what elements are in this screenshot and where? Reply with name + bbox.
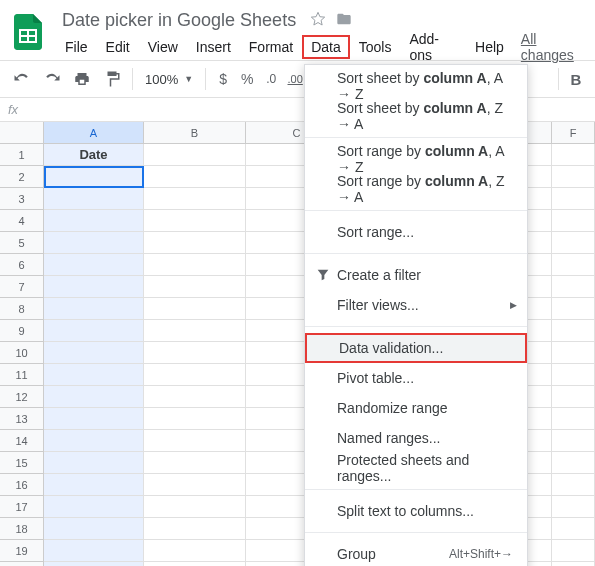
menu-tools[interactable]: Tools <box>350 35 401 59</box>
cell-A4[interactable] <box>44 210 144 232</box>
cell-F18[interactable] <box>552 518 595 540</box>
redo-button[interactable] <box>38 65 66 93</box>
all-changes-link[interactable]: All changes <box>521 27 587 67</box>
cell-B10[interactable] <box>144 342 246 364</box>
cell-B20[interactable] <box>144 562 246 566</box>
row-header-17[interactable]: 17 <box>0 496 44 518</box>
cell-B4[interactable] <box>144 210 246 232</box>
menuitem-data-validation[interactable]: Data validation... <box>305 333 527 363</box>
menuitem-pivot-table[interactable]: Pivot table... <box>305 363 527 393</box>
col-header-A[interactable]: A <box>44 122 144 144</box>
cell-B19[interactable] <box>144 540 246 562</box>
cell-A9[interactable] <box>44 320 144 342</box>
row-header-8[interactable]: 8 <box>0 298 44 320</box>
col-header-F[interactable]: F <box>552 122 595 144</box>
cell-B13[interactable] <box>144 408 246 430</box>
cell-B3[interactable] <box>144 188 246 210</box>
row-header-19[interactable]: 19 <box>0 540 44 562</box>
menuitem-filter-views[interactable]: Filter views...▶ <box>305 290 527 320</box>
star-icon[interactable] <box>310 11 326 30</box>
cell-F5[interactable] <box>552 232 595 254</box>
folder-icon[interactable] <box>336 11 352 30</box>
sheets-logo-icon[interactable] <box>8 12 48 52</box>
cell-F12[interactable] <box>552 386 595 408</box>
cell-A5[interactable] <box>44 232 144 254</box>
cell-F20[interactable] <box>552 562 595 566</box>
cell-F3[interactable] <box>552 188 595 210</box>
cell-F19[interactable] <box>552 540 595 562</box>
row-header-3[interactable]: 3 <box>0 188 44 210</box>
cell-A3[interactable] <box>44 188 144 210</box>
menuitem-protected-ranges[interactable]: Protected sheets and ranges... <box>305 453 527 483</box>
row-header-11[interactable]: 11 <box>0 364 44 386</box>
row-header-2[interactable]: 2 <box>0 166 44 188</box>
zoom-select[interactable]: 100%▼ <box>139 72 199 87</box>
cell-F1[interactable] <box>552 144 595 166</box>
cell-A17[interactable] <box>44 496 144 518</box>
cell-F13[interactable] <box>552 408 595 430</box>
decrease-decimal-button[interactable]: .0 <box>260 72 282 86</box>
row-header-16[interactable]: 16 <box>0 474 44 496</box>
cell-B2[interactable] <box>144 166 246 188</box>
cell-A11[interactable] <box>44 364 144 386</box>
cell-B9[interactable] <box>144 320 246 342</box>
cell-F7[interactable] <box>552 276 595 298</box>
menuitem-randomize-range[interactable]: Randomize range <box>305 393 527 423</box>
menu-edit[interactable]: Edit <box>97 35 139 59</box>
cell-B12[interactable] <box>144 386 246 408</box>
menu-addons[interactable]: Add-ons <box>400 27 466 67</box>
cell-F10[interactable] <box>552 342 595 364</box>
select-all-corner[interactable] <box>0 122 44 144</box>
menuitem-create-filter[interactable]: Create a filter <box>305 260 527 290</box>
cell-B16[interactable] <box>144 474 246 496</box>
menuitem-group[interactable]: GroupAlt+Shift+→ <box>305 539 527 566</box>
paint-format-button[interactable] <box>98 65 126 93</box>
row-header-12[interactable]: 12 <box>0 386 44 408</box>
cell-B17[interactable] <box>144 496 246 518</box>
cell-B1[interactable] <box>144 144 246 166</box>
menu-file[interactable]: File <box>56 35 97 59</box>
menu-format[interactable]: Format <box>240 35 302 59</box>
cell-A14[interactable] <box>44 430 144 452</box>
cell-A1[interactable]: Date <box>44 144 144 166</box>
cell-A10[interactable] <box>44 342 144 364</box>
cell-A16[interactable] <box>44 474 144 496</box>
menuitem-sort-range-asc[interactable]: Sort range by column A, A → Z <box>305 144 527 174</box>
menu-view[interactable]: View <box>139 35 187 59</box>
row-header-15[interactable]: 15 <box>0 452 44 474</box>
undo-button[interactable] <box>8 65 36 93</box>
menuitem-sort-sheet-asc[interactable]: Sort sheet by column A, A → Z <box>305 71 527 101</box>
cell-A18[interactable] <box>44 518 144 540</box>
print-button[interactable] <box>68 65 96 93</box>
cell-F9[interactable] <box>552 320 595 342</box>
cell-A13[interactable] <box>44 408 144 430</box>
cell-A2[interactable] <box>44 166 144 188</box>
menuitem-sort-range[interactable]: Sort range... <box>305 217 527 247</box>
cell-F11[interactable] <box>552 364 595 386</box>
menu-data[interactable]: Data <box>302 35 350 59</box>
cell-B15[interactable] <box>144 452 246 474</box>
currency-button[interactable]: $ <box>212 71 234 87</box>
menuitem-named-ranges[interactable]: Named ranges... <box>305 423 527 453</box>
cell-A7[interactable] <box>44 276 144 298</box>
row-header-14[interactable]: 14 <box>0 430 44 452</box>
row-header-7[interactable]: 7 <box>0 276 44 298</box>
cell-F4[interactable] <box>552 210 595 232</box>
cell-F6[interactable] <box>552 254 595 276</box>
increase-decimal-button[interactable]: .00 <box>284 73 306 85</box>
cell-B7[interactable] <box>144 276 246 298</box>
cell-B11[interactable] <box>144 364 246 386</box>
cell-B18[interactable] <box>144 518 246 540</box>
cell-B14[interactable] <box>144 430 246 452</box>
menuitem-sort-sheet-desc[interactable]: Sort sheet by column A, Z → A <box>305 101 527 131</box>
cell-F8[interactable] <box>552 298 595 320</box>
percent-button[interactable]: % <box>236 71 258 87</box>
document-title[interactable]: Date picker in Google Sheets <box>56 8 302 33</box>
cell-A19[interactable] <box>44 540 144 562</box>
cell-B5[interactable] <box>144 232 246 254</box>
cell-F17[interactable] <box>552 496 595 518</box>
bold-button[interactable]: B <box>565 71 587 88</box>
menuitem-sort-range-desc[interactable]: Sort range by column A, Z → A <box>305 174 527 204</box>
cell-A8[interactable] <box>44 298 144 320</box>
cell-A6[interactable] <box>44 254 144 276</box>
